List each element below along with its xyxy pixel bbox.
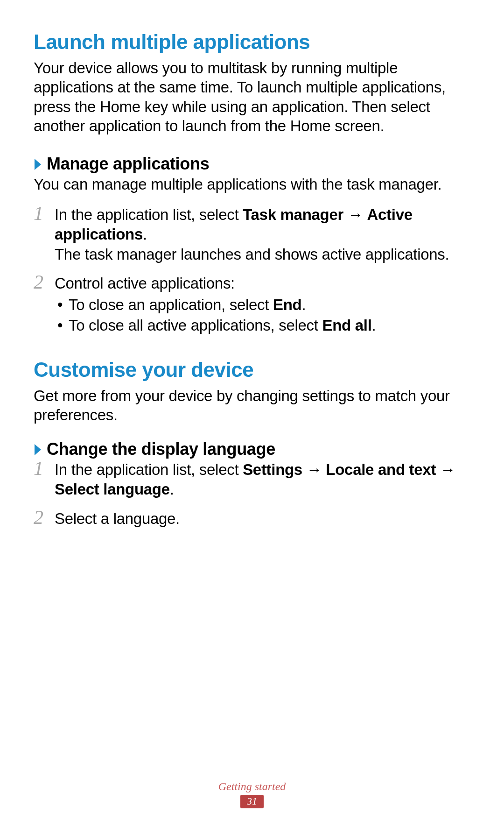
lang-step2-text: Select a language. [55, 510, 180, 527]
arrow-right-icon: → [302, 461, 326, 478]
step-2-manage: 2 Control active applications: To close … [34, 274, 470, 336]
page-number-badge: 31 [240, 795, 264, 808]
bullet2-prefix: To close all active applications, select [69, 317, 322, 334]
arrow-right-icon: → [436, 461, 455, 478]
step-number-1b: 1 [34, 456, 43, 481]
svg-marker-1 [35, 444, 41, 455]
step2-text: Control active applications: [55, 275, 235, 292]
lang-step1-settings: Settings [243, 461, 302, 478]
body-customise: Get more from your device by changing se… [34, 386, 470, 425]
step-1-language: 1 In the application list, select Settin… [34, 460, 470, 499]
lang-step1-prefix: In the application list, select [55, 461, 243, 478]
heading-launch-multiple: Launch multiple applications [34, 30, 470, 54]
lang-step1-period: . [170, 481, 174, 498]
step-number-2: 2 [34, 270, 43, 295]
manage-apps-steps: 1 In the application list, select Task m… [34, 205, 470, 335]
chevron-right-icon [34, 158, 43, 171]
step-number-2b: 2 [34, 505, 43, 530]
subheading-change-language: Change the display language [47, 439, 275, 459]
step-number-1: 1 [34, 201, 43, 226]
page-footer: Getting started 31 [0, 780, 504, 808]
bullet-close-one: To close an application, select End. [55, 295, 470, 315]
step1-bold-task-manager: Task manager [243, 206, 343, 223]
footer-chapter: Getting started [0, 780, 504, 793]
subheading-change-language-row: Change the display language [34, 439, 470, 459]
lang-step1-locale: Locale and text [326, 461, 436, 478]
change-language-steps: 1 In the application list, select Settin… [34, 460, 470, 529]
bullet-close-all: To close all active applications, select… [55, 316, 470, 335]
subheading-manage-apps: Manage applications [47, 154, 209, 174]
bullet1-prefix: To close an application, select [69, 296, 273, 313]
chevron-right-icon [34, 443, 43, 456]
subheading-manage-apps-row: Manage applications [34, 154, 470, 174]
step1-line2: The task manager launches and shows acti… [55, 246, 449, 263]
bullet2-bold-endall: End all [322, 317, 371, 334]
arrow-right-icon: → [343, 206, 367, 223]
body-launch-multiple: Your device allows you to multitask by r… [34, 58, 470, 135]
bullet1-bold-end: End [273, 296, 301, 313]
step1-text-prefix: In the application list, select [55, 206, 243, 223]
svg-marker-0 [35, 159, 41, 170]
step1-period: . [143, 226, 147, 243]
heading-customise: Customise your device [34, 358, 470, 382]
bullet2-period: . [372, 317, 376, 334]
bullet1-period: . [301, 296, 306, 313]
step-1-manage: 1 In the application list, select Task m… [34, 205, 470, 264]
manage-apps-intro: You can manage multiple applications wit… [34, 175, 470, 194]
lang-step1-select: Select language [55, 481, 170, 498]
control-bullets: To close an application, select End. To … [55, 295, 470, 335]
step-2-language: 2 Select a language. [34, 509, 470, 529]
